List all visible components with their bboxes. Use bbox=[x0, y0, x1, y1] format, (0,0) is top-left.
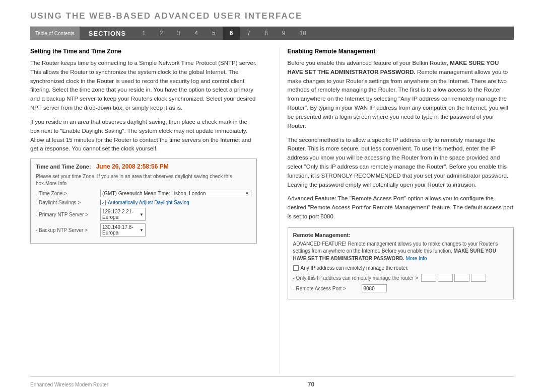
remote-any-ip-label: Any IP address can remotely manage the r… bbox=[301, 265, 409, 271]
left-column: Setting the Time and Time Zone The Route… bbox=[30, 48, 264, 373]
remote-any-ip-row[interactable]: Any IP address can remotely manage the r… bbox=[293, 265, 509, 271]
nav-num-2[interactable]: 2 bbox=[153, 27, 170, 40]
daylight-value: Automatically Adjust Daylight Saving bbox=[108, 200, 189, 205]
left-para1: The Router keeps time by connecting to a… bbox=[30, 59, 257, 113]
nav-numbers: 1 2 3 4 5 6 7 8 9 10 bbox=[135, 27, 514, 40]
footer-product: Enhanced Wireless Modem Router bbox=[30, 382, 108, 387]
page-title: USING THE WEB-BASED ADVANCED USER INTERF… bbox=[30, 0, 514, 27]
left-heading: Setting the Time and Time Zone bbox=[30, 48, 257, 55]
nav-num-4[interactable]: 4 bbox=[187, 27, 205, 40]
mockup-primary-row: - Primary NTP Server > 129.132.2.21-Euro… bbox=[36, 208, 251, 221]
mockup-header: Time and Time Zone: June 26, 2008 2:58:5… bbox=[36, 163, 251, 170]
mockup-header-value: June 26, 2008 2:58:56 PM bbox=[96, 163, 169, 170]
ip-box-3[interactable] bbox=[454, 274, 469, 282]
backup-label: - Backup NTP Server > bbox=[36, 227, 96, 233]
nav-num-1[interactable]: 1 bbox=[135, 27, 153, 40]
remote-access-port-input[interactable]: 8080 bbox=[362, 284, 387, 292]
nav-num-5[interactable]: 5 bbox=[205, 27, 223, 40]
ip-box-2[interactable] bbox=[438, 274, 453, 282]
backup-select[interactable]: 130.149.17.8-Europa ▼ bbox=[100, 223, 146, 237]
nav-num-6[interactable]: 6 bbox=[223, 27, 240, 40]
right-column: Enabling Remote Management Before you en… bbox=[280, 48, 514, 373]
mockup-daylight-row: - Daylight Savings > ✓ Automatically Adj… bbox=[36, 200, 251, 205]
time-mockup-box: Time and Time Zone: June 26, 2008 2:58:5… bbox=[30, 159, 257, 244]
nav-num-9[interactable]: 9 bbox=[275, 27, 293, 40]
page-container: USING THE WEB-BASED ADVANCED USER INTERF… bbox=[0, 0, 544, 392]
daylight-checkbox-row[interactable]: ✓ Automatically Adjust Daylight Saving bbox=[100, 200, 189, 205]
right-para1: Before you enable this advanced feature … bbox=[288, 59, 514, 131]
remote-specific-ip-label: - Only this IP address can remotely mana… bbox=[293, 275, 419, 281]
nav-num-3[interactable]: 3 bbox=[170, 27, 188, 40]
toc-label[interactable]: Table of Contents bbox=[30, 27, 80, 40]
content-area: Setting the Time and Time Zone The Route… bbox=[30, 48, 514, 373]
ip-box-4[interactable] bbox=[471, 274, 486, 282]
mockup-header-label: Time and Time Zone: bbox=[36, 164, 91, 170]
nav-bar: Table of Contents SECTIONS 1 2 3 4 5 6 7… bbox=[30, 27, 514, 40]
nav-num-7[interactable]: 7 bbox=[240, 27, 257, 40]
timezone-arrow: ▼ bbox=[245, 191, 249, 196]
remote-header-label: Remote Management: bbox=[293, 232, 509, 238]
remote-mockup-box: Remote Management: ADVANCED FEATURE! Rem… bbox=[288, 227, 514, 300]
mockup-backup-row: - Backup NTP Server > 130.149.17.8-Europ… bbox=[36, 223, 251, 237]
primary-label: - Primary NTP Server > bbox=[36, 212, 96, 217]
ip-box-1[interactable] bbox=[421, 274, 436, 282]
remote-specific-ip-row: - Only this IP address can remotely mana… bbox=[293, 274, 509, 282]
right-para3: Advanced Feature: The "Remote Access Por… bbox=[288, 194, 514, 221]
backup-arrow: ▼ bbox=[140, 228, 144, 232]
timezone-select[interactable]: (GMT) Greenwich Mean Time: Lisbon, Londo… bbox=[100, 190, 251, 197]
remote-access-port-row: - Remote Access Port > 8080 bbox=[293, 284, 509, 292]
primary-arrow: ▼ bbox=[140, 212, 144, 217]
footer-page-number: 70 bbox=[308, 381, 314, 388]
primary-select[interactable]: 129.132.2.21-Europa ▼ bbox=[100, 208, 146, 221]
daylight-checkbox[interactable]: ✓ bbox=[100, 200, 106, 205]
remote-desc: ADVANCED FEATURE! Remote management allo… bbox=[293, 241, 509, 263]
mockup-note: Please set your time Zone. If you are in… bbox=[36, 173, 251, 187]
remote-any-ip-checkbox[interactable] bbox=[293, 265, 299, 271]
mockup-timezone-row: - Time Zone > (GMT) Greenwich Mean Time:… bbox=[36, 190, 251, 197]
ip-inputs bbox=[421, 274, 486, 282]
left-para2: If you reside in an area that observes d… bbox=[30, 118, 257, 153]
timezone-label: - Time Zone > bbox=[36, 191, 96, 196]
remote-access-port-label: - Remote Access Port > bbox=[293, 286, 359, 291]
nav-num-8[interactable]: 8 bbox=[257, 27, 275, 40]
right-heading: Enabling Remote Management bbox=[288, 48, 514, 55]
sections-label: SECTIONS bbox=[80, 27, 135, 40]
page-footer: Enhanced Wireless Modem Router 70 bbox=[30, 376, 514, 392]
daylight-label: - Daylight Savings > bbox=[36, 200, 96, 205]
nav-num-10[interactable]: 10 bbox=[292, 27, 313, 40]
right-para2: The second method is to allow a specific… bbox=[288, 136, 514, 190]
